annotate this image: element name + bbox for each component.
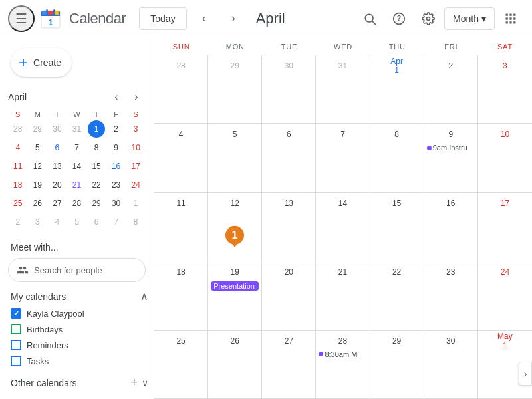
date-apr30[interactable]: 30 xyxy=(443,333,459,349)
date-apr11[interactable]: 11 xyxy=(173,196,189,211)
cal-cell-mar29[interactable]: 29 xyxy=(208,55,262,124)
date-apr22[interactable]: 22 xyxy=(389,264,405,280)
calendar-item-reminders[interactable]: Reminders xyxy=(0,337,154,353)
create-button[interactable]: + Create xyxy=(11,48,72,77)
cal-cell-apr17[interactable]: 17 xyxy=(478,193,532,261)
mini-day[interactable]: 27 xyxy=(49,195,66,212)
date-apr3[interactable]: 3 xyxy=(497,58,513,74)
date-may1[interactable]: May 1 xyxy=(497,333,513,349)
date-apr14[interactable]: 14 xyxy=(334,196,350,211)
date-apr7[interactable]: 7 xyxy=(334,126,350,142)
mini-day[interactable]: 2 xyxy=(9,213,27,231)
mini-day[interactable]: 28 xyxy=(9,120,27,138)
cal-cell-apr1[interactable]: Apr 1 xyxy=(370,55,424,124)
view-selector-button[interactable]: Month ▾ xyxy=(444,7,495,30)
mini-day[interactable]: 31 xyxy=(68,120,85,138)
mini-day[interactable]: 6 xyxy=(88,213,105,231)
cal-cell-apr29[interactable]: 29 xyxy=(370,331,424,399)
cal-cell-mar30[interactable]: 30 xyxy=(262,55,316,124)
cal-cell-apr3[interactable]: 3 xyxy=(478,55,532,124)
next-month-button[interactable]: › xyxy=(221,7,245,31)
cal-cell-apr2[interactable]: 2 xyxy=(424,55,478,124)
mini-day[interactable]: 23 xyxy=(108,176,125,194)
mini-day[interactable]: 9 xyxy=(108,139,125,156)
mini-day[interactable]: 5 xyxy=(68,213,85,231)
apr28-event[interactable]: 8:30am Mi xyxy=(319,350,366,358)
tasks-checkbox[interactable] xyxy=(11,356,21,366)
cal-cell-apr28[interactable]: 28 8:30am Mi xyxy=(316,331,370,399)
date-apr8[interactable]: 8 xyxy=(389,126,405,142)
cal-cell-apr21[interactable]: 21 xyxy=(316,261,370,330)
mini-day[interactable]: 20 xyxy=(49,176,66,194)
cal-cell-apr15[interactable]: 15 xyxy=(370,193,424,261)
cal-cell-apr13[interactable]: 13 xyxy=(262,193,316,261)
mini-day[interactable]: 24 xyxy=(127,176,144,194)
mini-day[interactable]: 29 xyxy=(88,195,105,212)
mini-day[interactable]: 17 xyxy=(127,158,144,175)
date-apr26[interactable]: 26 xyxy=(227,333,243,349)
mini-day[interactable]: 21 xyxy=(68,176,85,194)
mini-day[interactable]: 3 xyxy=(127,120,144,138)
calendar-item-tasks[interactable]: Tasks xyxy=(0,353,154,369)
other-calendars-header[interactable]: Other calendars + ∨ xyxy=(0,372,154,394)
cal-cell-apr14[interactable]: 14 xyxy=(316,193,370,261)
cal-cell-apr4[interactable]: 4 xyxy=(154,124,208,192)
apr9-event[interactable]: 9am Instru xyxy=(427,144,475,152)
cal-cell-apr26[interactable]: 26 xyxy=(208,331,262,399)
cal-cell-apr16[interactable]: 16 xyxy=(424,193,478,261)
mini-day[interactable]: 30 xyxy=(49,120,66,138)
date-mar29[interactable]: 29 xyxy=(227,58,243,74)
mini-day[interactable]: 12 xyxy=(29,158,46,175)
mini-day[interactable]: 10 xyxy=(127,139,144,156)
menu-button[interactable]: ☰ xyxy=(8,5,35,32)
cal-cell-apr5[interactable]: 5 xyxy=(208,124,262,192)
mini-day[interactable]: 5 xyxy=(29,139,46,156)
mini-day[interactable]: 26 xyxy=(29,195,46,212)
date-apr20[interactable]: 20 xyxy=(281,264,297,280)
add-other-calendar-button[interactable]: + xyxy=(128,374,140,391)
mini-day[interactable]: 22 xyxy=(88,176,105,194)
cal-cell-apr25[interactable]: 25 xyxy=(154,331,208,399)
cal-cell-apr30[interactable]: 30 xyxy=(424,331,478,399)
mini-day[interactable]: 29 xyxy=(29,120,46,138)
mini-day[interactable]: 11 xyxy=(9,158,27,175)
date-apr5[interactable]: 5 xyxy=(227,126,243,142)
mini-day[interactable]: 8 xyxy=(127,213,144,231)
date-apr29[interactable]: 29 xyxy=(389,333,405,349)
cal-cell-apr12[interactable]: 12 1 xyxy=(208,193,262,261)
cal-cell-apr23[interactable]: 23 xyxy=(424,261,478,330)
mini-day[interactable]: 2 xyxy=(108,120,125,138)
kayla-checkbox[interactable]: ✓ xyxy=(11,308,21,319)
mini-day[interactable]: 4 xyxy=(9,139,27,156)
date-apr25[interactable]: 25 xyxy=(173,333,189,349)
presentation-event[interactable]: Presentation xyxy=(211,281,259,291)
date-apr23[interactable]: 23 xyxy=(443,264,459,280)
cal-cell-apr8[interactable]: 8 xyxy=(370,124,424,192)
mini-day[interactable]: 6 xyxy=(49,139,66,156)
cal-cell-mar31[interactable]: 31 xyxy=(316,55,370,124)
mini-day[interactable]: 7 xyxy=(68,139,85,156)
mini-day[interactable]: 3 xyxy=(29,213,46,231)
date-apr15[interactable]: 15 xyxy=(389,196,405,211)
date-apr6[interactable]: 6 xyxy=(281,126,297,142)
settings-button[interactable] xyxy=(415,5,442,32)
cal-cell-apr6[interactable]: 6 xyxy=(262,124,316,192)
mini-day[interactable]: 1 xyxy=(127,195,144,212)
mini-day[interactable]: 30 xyxy=(108,195,125,212)
mini-day[interactable]: 7 xyxy=(108,213,125,231)
cal-cell-apr10[interactable]: 10 xyxy=(478,124,532,192)
date-mar30[interactable]: 30 xyxy=(281,58,297,74)
date-apr1[interactable]: Apr 1 xyxy=(389,58,405,74)
date-apr18[interactable]: 18 xyxy=(173,264,189,280)
date-apr10[interactable]: 10 xyxy=(497,126,513,142)
today-button[interactable]: Today xyxy=(139,7,186,30)
mini-day[interactable]: 4 xyxy=(49,213,66,231)
mini-next-button[interactable]: › xyxy=(127,88,146,106)
date-apr19[interactable]: 19 xyxy=(227,264,243,280)
search-button[interactable] xyxy=(356,5,383,32)
date-apr21[interactable]: 21 xyxy=(334,264,350,280)
calendar-item-birthdays[interactable]: Birthdays xyxy=(0,321,154,337)
prev-month-button[interactable]: ‹ xyxy=(192,7,216,31)
date-apr9[interactable]: 9 xyxy=(443,126,459,142)
date-apr12[interactable]: 12 xyxy=(227,196,243,211)
